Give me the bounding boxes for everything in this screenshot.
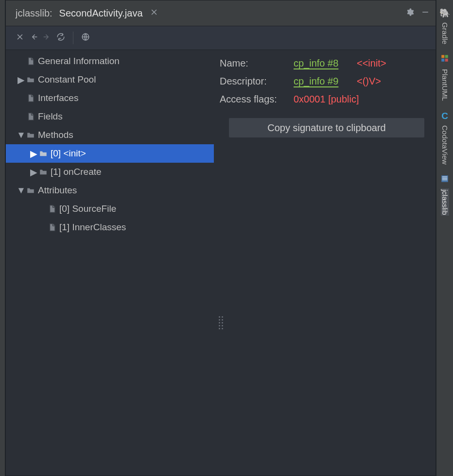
folder-icon xyxy=(25,131,36,139)
file-icon xyxy=(25,93,36,103)
tree-label: [0] SourceFile xyxy=(57,204,116,214)
svg-rect-7 xyxy=(442,178,448,179)
tree-node-general-info[interactable]: General Information xyxy=(6,52,214,70)
tree-node-attr-sourcefile[interactable]: [0] SourceFile xyxy=(6,200,214,218)
tree-node-attributes[interactable]: ▼ Attributes xyxy=(6,181,214,200)
tree-node-attr-innerclasses[interactable]: [1] InnerClasses xyxy=(6,218,214,237)
tree-label: Fields xyxy=(36,111,63,122)
globe-icon[interactable] xyxy=(81,33,90,44)
file-icon xyxy=(47,222,57,233)
folder-icon xyxy=(38,149,49,158)
rail-item-gradle[interactable]: 🐘 Gradle xyxy=(439,8,450,50)
jclasslib-icon xyxy=(440,174,449,186)
chevron-down-icon[interactable]: ▼ xyxy=(17,185,25,196)
chevron-right-icon[interactable]: ▶ xyxy=(17,74,25,85)
back-icon[interactable] xyxy=(29,33,38,44)
tree-label: General Information xyxy=(36,56,120,67)
tree-node-constant-pool[interactable]: ▶ Constant Pool xyxy=(6,70,214,89)
folder-icon xyxy=(25,186,36,195)
codota-icon: C xyxy=(441,111,448,121)
copy-signature-button[interactable]: Copy signature to clipboard xyxy=(228,118,425,138)
close-icon[interactable] xyxy=(16,33,24,44)
rail-item-codota[interactable]: C CodotaView xyxy=(441,111,449,170)
left-gutter xyxy=(0,0,5,476)
tree-node-methods[interactable]: ▼ Methods xyxy=(6,126,214,144)
tree-node-method-oncreate[interactable]: ▶ [1] onCreate xyxy=(6,163,214,181)
gear-icon[interactable] xyxy=(405,8,414,19)
descriptor-value: <()V> xyxy=(357,76,434,87)
tree-label: [0] <init> xyxy=(49,148,86,159)
svg-rect-1 xyxy=(441,55,444,58)
rail-label: jclasslib xyxy=(441,188,449,216)
rail-item-jclasslib[interactable]: jclasslib xyxy=(440,174,449,221)
file-icon xyxy=(25,111,36,122)
file-tab[interactable]: SecondActivity.java xyxy=(59,8,143,19)
svg-rect-3 xyxy=(441,59,444,62)
detail-panel: Name: cp_info #8 <<init> Descriptor: cp_… xyxy=(214,50,436,476)
name-link[interactable]: cp_info #8 xyxy=(294,58,357,69)
descriptor-link[interactable]: cp_info #9 xyxy=(294,76,357,87)
minimize-icon[interactable] xyxy=(421,8,430,19)
gradle-icon: 🐘 xyxy=(439,8,450,18)
chevron-right-icon[interactable]: ▶ xyxy=(29,167,38,178)
tool-window-tabbar: jclasslib: SecondActivity.java xyxy=(6,0,436,26)
name-label: Name: xyxy=(220,58,294,69)
svg-rect-6 xyxy=(442,176,448,177)
tool-window-title: jclasslib: xyxy=(16,8,52,19)
tree-label: Attributes xyxy=(36,185,77,196)
access-flags-value: 0x0001 [public] xyxy=(294,94,434,105)
rail-item-plantuml[interactable]: PlantUML xyxy=(440,54,449,107)
toolbar-separator xyxy=(73,32,73,44)
tree-label: [1] InnerClasses xyxy=(57,222,126,233)
forward-icon[interactable] xyxy=(43,33,52,44)
file-icon xyxy=(25,56,36,67)
rail-label: CodotaView xyxy=(441,124,449,166)
rail-label: Gradle xyxy=(441,21,449,45)
svg-rect-8 xyxy=(442,179,448,180)
descriptor-label: Descriptor: xyxy=(220,76,294,87)
tree-node-method-init[interactable]: ▶ [0] <init> xyxy=(6,144,214,163)
close-tab-icon[interactable] xyxy=(150,8,158,19)
folder-icon xyxy=(25,75,36,84)
tree-label: [1] onCreate xyxy=(49,167,102,177)
chevron-right-icon[interactable]: ▶ xyxy=(29,148,38,159)
plantuml-icon xyxy=(440,54,449,65)
tree-label: Constant Pool xyxy=(36,74,96,85)
file-icon xyxy=(47,204,57,214)
tree-node-interfaces[interactable]: Interfaces xyxy=(6,89,214,107)
rail-label: PlantUML xyxy=(441,68,449,102)
access-flags-label: Access flags: xyxy=(220,94,294,105)
right-tool-rail: 🐘 Gradle PlantUML C CodotaView jclasslib xyxy=(436,0,453,476)
chevron-down-icon[interactable]: ▼ xyxy=(17,130,25,140)
toolbar xyxy=(6,26,436,50)
splitter-handle[interactable] xyxy=(219,316,223,331)
refresh-icon[interactable] xyxy=(56,33,65,44)
tree-label: Methods xyxy=(36,130,73,140)
svg-rect-4 xyxy=(445,59,448,62)
tree-node-fields[interactable]: Fields xyxy=(6,107,214,126)
folder-icon xyxy=(38,168,49,176)
tree-label: Interfaces xyxy=(36,93,78,103)
name-value: <<init> xyxy=(357,58,434,69)
structure-tree[interactable]: General Information ▶ Constant Pool Inte… xyxy=(6,50,214,476)
svg-rect-2 xyxy=(445,55,448,58)
